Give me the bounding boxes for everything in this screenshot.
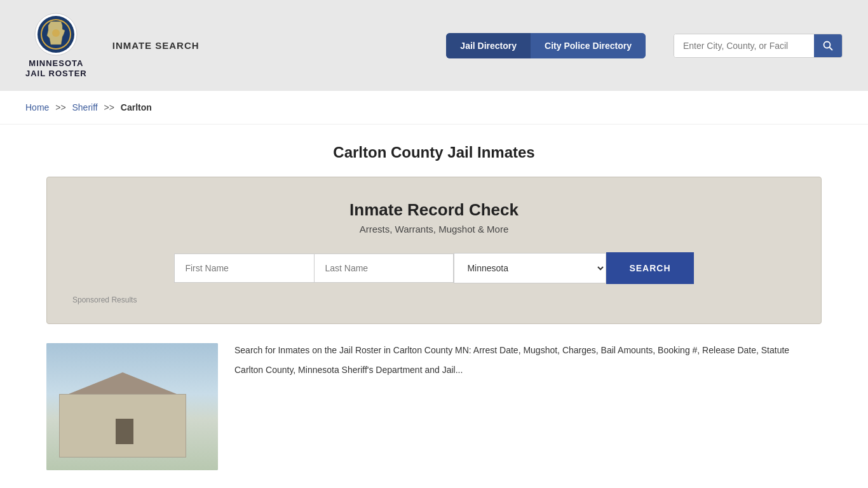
- inmate-search-nav[interactable]: INMATE SEARCH: [112, 40, 200, 51]
- city-police-button[interactable]: City Police Directory: [531, 33, 646, 58]
- description-p2: Carlton County, Minnesota Sheriff's Depa…: [234, 363, 789, 377]
- nav-button-group: Jail Directory City Police Directory: [446, 33, 646, 58]
- logo-text: MINNESOTA JAIL ROSTER: [25, 58, 87, 78]
- record-check-heading: Inmate Record Check: [72, 200, 796, 220]
- building-image: [46, 343, 218, 470]
- breadcrumb-sheriff[interactable]: Sheriff: [72, 102, 98, 112]
- breadcrumb-home[interactable]: Home: [25, 102, 49, 112]
- logo-link[interactable]: MINNESOTA JAIL ROSTER: [25, 13, 87, 78]
- bottom-description: Search for Inmates on the Jail Roster in…: [234, 343, 789, 470]
- state-select[interactable]: AlabamaAlaskaArizonaArkansasCaliforniaCo…: [454, 253, 606, 283]
- search-icon: [823, 41, 833, 51]
- inmate-search-form: AlabamaAlaskaArizonaArkansasCaliforniaCo…: [72, 252, 796, 284]
- header-search-input[interactable]: [674, 34, 814, 57]
- first-name-input[interactable]: [174, 254, 314, 283]
- record-check-subtitle: Arrests, Warrants, Mugshot & More: [72, 224, 796, 234]
- record-check-box: Inmate Record Check Arrests, Warrants, M…: [46, 177, 822, 324]
- site-header: MINNESOTA JAIL ROSTER INMATE SEARCH Jail…: [0, 0, 868, 91]
- search-button[interactable]: SEARCH: [606, 252, 693, 284]
- header-search-bar: [674, 34, 843, 58]
- sponsored-results-label: Sponsored Results: [72, 295, 796, 304]
- page-title: Carlton County Jail Inmates: [46, 144, 822, 161]
- header-search-button[interactable]: [814, 34, 842, 57]
- jail-directory-button[interactable]: Jail Directory: [446, 33, 531, 58]
- breadcrumb-sep2: >>: [104, 102, 114, 112]
- breadcrumb-current: Carlton: [121, 102, 152, 112]
- bottom-section: Search for Inmates on the Jail Roster in…: [46, 343, 822, 470]
- logo-icon: [34, 13, 78, 56]
- svg-point-5: [824, 41, 831, 48]
- last-name-input[interactable]: [314, 254, 454, 283]
- svg-point-4: [52, 29, 60, 37]
- svg-line-6: [830, 47, 833, 50]
- description-p1: Search for Inmates on the Jail Roster in…: [234, 343, 789, 357]
- breadcrumb: Home >> Sheriff >> Carlton: [0, 91, 868, 125]
- breadcrumb-sep1: >>: [55, 102, 65, 112]
- main-content: Carlton County Jail Inmates Inmate Recor…: [21, 125, 847, 488]
